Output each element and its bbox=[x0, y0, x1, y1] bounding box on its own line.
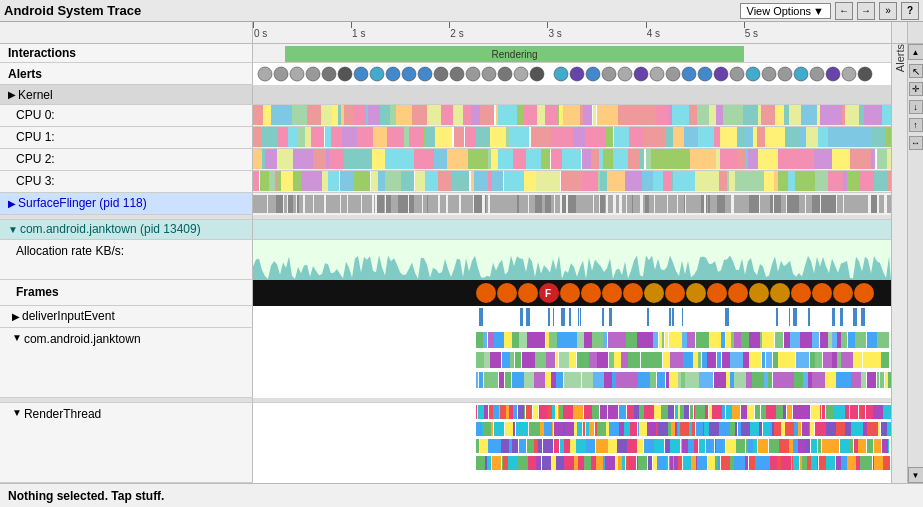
cursor-icon[interactable]: ↖ bbox=[909, 64, 923, 78]
help-button[interactable]: ? bbox=[901, 2, 919, 20]
toolbar-right: View Options ▼ ← → » ? bbox=[740, 2, 920, 20]
kernel-label: ▶ Kernel bbox=[0, 85, 253, 103]
scrollbar-up-btn[interactable]: ▲ bbox=[908, 44, 924, 60]
status-bar: Nothing selected. Tap stuff. bbox=[0, 483, 923, 507]
view-options-button[interactable]: View Options ▼ bbox=[740, 3, 832, 19]
cpu3-canvas bbox=[253, 171, 891, 193]
cpu1-canvas bbox=[253, 127, 891, 149]
scrollbar-tools: ↖ ✛ ↓ ↑ ↔ bbox=[909, 60, 923, 467]
nav-forward-button[interactable]: → bbox=[857, 2, 875, 20]
alloc-canvas bbox=[253, 240, 891, 280]
surfaceflinger-expand-arrow[interactable]: ▶ bbox=[8, 198, 16, 209]
rendering-bar: Rendering bbox=[285, 46, 744, 62]
ruler-sidebar-spacer bbox=[891, 22, 907, 43]
alerts-canvas bbox=[253, 63, 891, 85]
tick-2s: 2 s bbox=[449, 22, 463, 39]
cpu2-canvas bbox=[253, 149, 891, 171]
nav-back-button[interactable]: ← bbox=[835, 2, 853, 20]
cpu2-label: CPU 2: bbox=[0, 149, 253, 170]
interactions-content[interactable]: Rendering bbox=[253, 44, 891, 62]
tick-0s: 0 s bbox=[253, 22, 267, 39]
surfaceflinger-content[interactable] bbox=[253, 193, 891, 214]
status-message: Nothing selected. Tap stuff. bbox=[8, 489, 164, 503]
alerts-sidebar-label: Alerts bbox=[894, 44, 906, 76]
cpu1-row: CPU 1: bbox=[0, 127, 891, 149]
nav-expand-button[interactable]: » bbox=[879, 2, 897, 20]
render-thread-label: ▼ RenderThread bbox=[0, 403, 253, 482]
alerts-content[interactable] bbox=[253, 63, 891, 84]
alerts-row: Alerts bbox=[0, 63, 891, 85]
frames-content[interactable] bbox=[253, 280, 891, 305]
allocation-rate-label: Allocation rate KB/s: bbox=[0, 240, 253, 279]
cpu0-canvas bbox=[253, 105, 891, 127]
render-thread-content[interactable] bbox=[253, 403, 891, 482]
fit-icon[interactable]: ↔ bbox=[909, 136, 923, 150]
surfaceflinger-label: ▶ SurfaceFlinger (pid 118) bbox=[0, 193, 253, 214]
deliver-input-arrow[interactable]: ▶ bbox=[12, 311, 20, 322]
deliver-input-label: ▶ deliverInputEvent bbox=[0, 306, 253, 327]
ruler-label-spacer bbox=[0, 22, 253, 43]
deliver-canvas bbox=[253, 306, 891, 328]
scrollbar-down-btn[interactable]: ▼ bbox=[908, 467, 924, 483]
render-thread-arrow[interactable]: ▼ bbox=[12, 407, 22, 418]
janktown-label: ▼ com.android.janktown (pid 13409) bbox=[0, 220, 253, 238]
render-canvas bbox=[253, 403, 891, 483]
alerts-label: Alerts bbox=[0, 63, 253, 84]
cpu3-content[interactable] bbox=[253, 171, 891, 192]
title-bar: Android System Trace View Options ▼ ← → … bbox=[0, 0, 923, 22]
frames-row: Frames bbox=[0, 280, 891, 306]
cpu0-label: CPU 0: bbox=[0, 105, 253, 126]
frames-canvas bbox=[253, 280, 891, 306]
ruler-ticks: 0 s 1 s 2 s 3 s 4 s 5 s bbox=[253, 22, 891, 43]
pan-icon[interactable]: ✛ bbox=[909, 82, 923, 96]
cpu2-content[interactable] bbox=[253, 149, 891, 170]
janktown-expand-arrow[interactable]: ▼ bbox=[8, 224, 18, 235]
janktown-content bbox=[253, 220, 891, 238]
janktown-trace-label: ▼ com.android.janktown bbox=[0, 328, 253, 397]
trace-rows[interactable]: Interactions Rendering Alerts bbox=[0, 44, 891, 483]
ruler-scrollbar-spacer bbox=[907, 22, 923, 43]
cpu0-content[interactable] bbox=[253, 105, 891, 126]
allocation-rate-content[interactable] bbox=[253, 240, 891, 279]
kernel-expand-arrow[interactable]: ▶ bbox=[8, 89, 16, 100]
tick-4s: 4 s bbox=[646, 22, 660, 39]
interactions-row: Interactions Rendering bbox=[0, 44, 891, 63]
cpu3-row: CPU 3: bbox=[0, 171, 891, 193]
janktown-trace-row: ▼ com.android.janktown bbox=[0, 328, 891, 398]
kernel-section[interactable]: ▶ Kernel bbox=[0, 85, 891, 104]
surfaceflinger-section[interactable]: ▶ SurfaceFlinger (pid 118) bbox=[0, 193, 891, 215]
janktown-canvas bbox=[253, 328, 891, 398]
app-title: Android System Trace bbox=[4, 3, 141, 18]
janktown-trace-content[interactable] bbox=[253, 328, 891, 397]
interactions-label: Interactions bbox=[0, 44, 253, 62]
allocation-rate-row: Allocation rate KB/s: bbox=[0, 240, 891, 280]
tick-5s: 5 s bbox=[744, 22, 758, 39]
cpu1-label: CPU 1: bbox=[0, 127, 253, 148]
tick-1s: 1 s bbox=[351, 22, 365, 39]
frames-label: Frames bbox=[0, 280, 253, 305]
tick-3s: 3 s bbox=[547, 22, 561, 39]
cpu0-row: CPU 0: bbox=[0, 105, 891, 127]
deliver-input-content[interactable] bbox=[253, 306, 891, 327]
janktown-section[interactable]: ▼ com.android.janktown (pid 13409) bbox=[0, 220, 891, 239]
scrollbar[interactable]: ▲ ↖ ✛ ↓ ↑ ↔ ▼ bbox=[907, 44, 923, 483]
zoom-up-icon[interactable]: ↑ bbox=[909, 118, 923, 132]
zoom-down-icon[interactable]: ↓ bbox=[909, 100, 923, 114]
render-thread-row: ▼ RenderThread bbox=[0, 403, 891, 483]
janktown-trace-arrow[interactable]: ▼ bbox=[12, 332, 22, 343]
cpu3-label: CPU 3: bbox=[0, 171, 253, 192]
cpu1-content[interactable] bbox=[253, 127, 891, 148]
cpu2-row: CPU 2: bbox=[0, 149, 891, 171]
alerts-sidebar: Alerts bbox=[891, 44, 907, 483]
deliver-input-row: ▶ deliverInputEvent bbox=[0, 306, 891, 328]
kernel-content bbox=[253, 85, 891, 103]
sf-canvas bbox=[253, 193, 891, 215]
